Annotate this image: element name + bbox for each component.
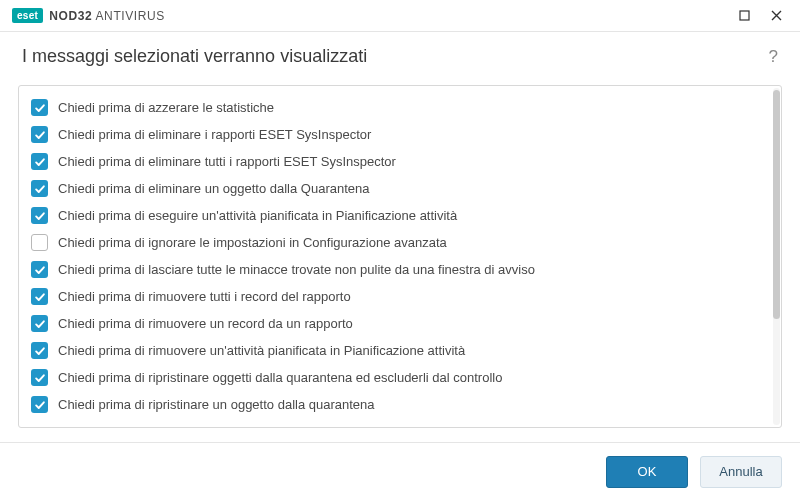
- scrollbar[interactable]: [773, 88, 780, 425]
- help-icon[interactable]: ?: [769, 47, 778, 67]
- svg-rect-0: [740, 11, 749, 20]
- list-item: Chiedi prima di rimuovere un record da u…: [25, 310, 766, 337]
- content-area: Chiedi prima di azzerare le statisticheC…: [0, 85, 800, 428]
- checkbox[interactable]: [31, 234, 48, 251]
- cancel-button[interactable]: Annulla: [700, 456, 782, 488]
- list-item: Chiedi prima di ripristinare un oggetto …: [25, 391, 766, 418]
- dialog-header: I messaggi selezionati verranno visualiz…: [0, 32, 800, 85]
- option-label: Chiedi prima di ripristinare un oggetto …: [58, 397, 375, 412]
- list-item: Chiedi prima di eseguire un'attività pia…: [25, 202, 766, 229]
- option-label: Chiedi prima di rimuovere un'attività pi…: [58, 343, 465, 358]
- list-item: Chiedi prima di azzerare le statistiche: [25, 94, 766, 121]
- brand-badge: eset: [12, 8, 43, 23]
- checkbox[interactable]: [31, 126, 48, 143]
- page-title: I messaggi selezionati verranno visualiz…: [22, 46, 367, 67]
- list-item: Chiedi prima di eliminare un oggetto dal…: [25, 175, 766, 202]
- list-item: Chiedi prima di eliminare tutti i rappor…: [25, 148, 766, 175]
- checkbox[interactable]: [31, 396, 48, 413]
- option-label: Chiedi prima di ignorare le impostazioni…: [58, 235, 447, 250]
- checkbox[interactable]: [31, 99, 48, 116]
- ok-button[interactable]: OK: [606, 456, 688, 488]
- checkbox[interactable]: [31, 342, 48, 359]
- checkbox[interactable]: [31, 207, 48, 224]
- option-label: Chiedi prima di rimuovere un record da u…: [58, 316, 353, 331]
- checkbox[interactable]: [31, 288, 48, 305]
- list-item: Chiedi prima di lasciare tutte le minacc…: [25, 256, 766, 283]
- maximize-icon[interactable]: [728, 2, 760, 30]
- checkbox[interactable]: [31, 261, 48, 278]
- option-label: Chiedi prima di eseguire un'attività pia…: [58, 208, 457, 223]
- list-item: Chiedi prima di ignorare le impostazioni…: [25, 229, 766, 256]
- scrollbar-thumb[interactable]: [773, 90, 780, 319]
- checkbox[interactable]: [31, 369, 48, 386]
- list-item: Chiedi prima di rimuovere un'attività pi…: [25, 337, 766, 364]
- option-label: Chiedi prima di rimuovere tutti i record…: [58, 289, 351, 304]
- checkbox[interactable]: [31, 315, 48, 332]
- list-item: Chiedi prima di ripristinare oggetti dal…: [25, 364, 766, 391]
- product-logo: eset NOD32 ANTIVIRUS: [12, 8, 165, 23]
- checkbox[interactable]: [31, 180, 48, 197]
- product-name: NOD32 ANTIVIRUS: [49, 9, 165, 23]
- options-list: Chiedi prima di azzerare le statisticheC…: [18, 85, 782, 428]
- titlebar: eset NOD32 ANTIVIRUS: [0, 0, 800, 32]
- option-label: Chiedi prima di eliminare tutti i rappor…: [58, 154, 396, 169]
- option-label: Chiedi prima di lasciare tutte le minacc…: [58, 262, 535, 277]
- list-item: Chiedi prima di eliminare i rapporti ESE…: [25, 121, 766, 148]
- close-icon[interactable]: [760, 2, 792, 30]
- option-label: Chiedi prima di azzerare le statistiche: [58, 100, 274, 115]
- list-item: Chiedi prima di rimuovere tutti i record…: [25, 283, 766, 310]
- option-label: Chiedi prima di eliminare un oggetto dal…: [58, 181, 369, 196]
- dialog-footer: OK Annulla: [0, 442, 800, 500]
- option-label: Chiedi prima di eliminare i rapporti ESE…: [58, 127, 371, 142]
- checkbox[interactable]: [31, 153, 48, 170]
- option-label: Chiedi prima di ripristinare oggetti dal…: [58, 370, 502, 385]
